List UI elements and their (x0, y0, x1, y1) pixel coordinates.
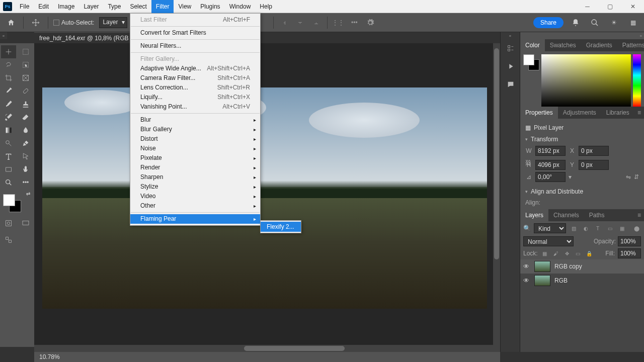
history-brush-tool[interactable] (1, 111, 16, 124)
height-input[interactable] (535, 160, 566, 170)
menu-view[interactable]: View (174, 0, 196, 13)
home-icon[interactable] (4, 16, 18, 30)
tab-adjustments[interactable]: Adjustments (558, 107, 601, 119)
horizontal-scrollbar[interactable] (34, 345, 500, 352)
more-options-icon[interactable]: ••• (349, 17, 360, 28)
lock-artboard-icon[interactable]: ▭ (574, 249, 582, 257)
opacity-input[interactable] (618, 236, 641, 246)
flip-h-icon[interactable]: ⇋ (626, 173, 631, 180)
filter-neural[interactable]: Neural Filters... (130, 41, 260, 51)
hand-tool[interactable] (18, 163, 33, 176)
color-swatches[interactable] (3, 194, 23, 214)
tab-channels[interactable]: Channels (548, 209, 584, 221)
filter-noise[interactable]: Noise (130, 144, 260, 153)
swap-colors-icon[interactable]: ⇄ (26, 191, 30, 197)
menu-filter[interactable]: Filter (151, 0, 174, 13)
blur-tool[interactable] (18, 124, 33, 137)
close-button[interactable]: ✕ (621, 0, 644, 13)
flip-v-icon[interactable]: ⇵ (634, 173, 639, 180)
filter-flaming-pear[interactable]: Flaming Pear (130, 214, 260, 224)
workspace-icon[interactable]: ☀ (607, 16, 621, 30)
layer-name[interactable]: RGB copy (554, 263, 582, 270)
edit-toolbar[interactable]: ••• (18, 176, 33, 189)
color-preview[interactable] (523, 54, 539, 70)
filter-lens[interactable]: Lens Correction...Shift+Ctrl+R (130, 83, 260, 93)
lock-transparency-icon[interactable]: ▦ (541, 249, 549, 257)
tab-properties[interactable]: Properties (520, 107, 558, 119)
move-tool[interactable] (1, 45, 16, 58)
x-input[interactable] (579, 146, 609, 156)
visibility-icon[interactable]: 👁 (523, 263, 530, 270)
crop-tool[interactable] (1, 71, 16, 84)
angle-input[interactable] (535, 172, 566, 182)
layer-thumbnail[interactable] (534, 261, 550, 272)
menu-window[interactable]: Window (225, 0, 256, 13)
tab-swatches[interactable]: Swatches (545, 39, 581, 51)
lasso-tool[interactable] (1, 58, 16, 71)
object-select-tool[interactable] (18, 58, 33, 71)
lock-pixels-icon[interactable]: 🖌 (552, 249, 560, 257)
filter-wide-angle[interactable]: Adaptive Wide Angle...Alt+Shift+Ctrl+A (130, 64, 260, 73)
align-section[interactable]: Align and Distribute (525, 186, 639, 197)
gear-icon[interactable] (365, 17, 376, 28)
history-panel-icon[interactable] (501, 39, 521, 57)
minimize-button[interactable]: ─ (576, 0, 599, 13)
tab-color[interactable]: Color (520, 39, 545, 51)
layer-thumbnail[interactable] (534, 275, 550, 286)
filter-toggle-icon[interactable]: ⬤ (632, 224, 641, 233)
zoom-tool[interactable] (1, 176, 16, 189)
notifications-icon[interactable] (569, 16, 583, 30)
filter-vanishing[interactable]: Vanishing Point...Alt+Ctrl+V (130, 102, 260, 112)
y-input[interactable] (579, 160, 609, 170)
lock-all-icon[interactable]: 🔒 (585, 249, 593, 257)
align-center-h-icon[interactable]: ⫟ (295, 17, 306, 28)
search-icon[interactable] (588, 16, 602, 30)
menu-file[interactable]: File (15, 0, 34, 13)
collapse-dock-icon[interactable]: « (501, 32, 520, 39)
menu-help[interactable]: Help (255, 0, 277, 13)
filter-sharpen[interactable]: Sharpen (130, 172, 260, 182)
menu-type[interactable]: Type (103, 0, 125, 13)
filter-pixelate[interactable]: Pixelate (130, 153, 260, 163)
filter-distort[interactable]: Distort (130, 134, 260, 144)
filter-convert-smart[interactable]: Convert for Smart Filters (130, 28, 260, 38)
document-tab[interactable]: free_hdr_164.exr @ 10,8% (RGB c... (34, 32, 143, 43)
menu-plugins[interactable]: Plugins (196, 0, 224, 13)
eyedropper-tool[interactable] (1, 84, 16, 98)
filter-search-icon[interactable]: 🔍 (523, 225, 531, 232)
vertical-scrollbar[interactable] (493, 43, 500, 347)
filter-adjust-icon[interactable]: ◐ (581, 224, 590, 233)
zoom-slider[interactable] (70, 356, 485, 358)
filter-last[interactable]: Last FilterAlt+Ctrl+F (130, 15, 260, 25)
screen-mode-tool[interactable] (18, 217, 33, 230)
filter-blur[interactable]: Blur (130, 115, 260, 125)
maximize-button[interactable]: ▢ (599, 0, 621, 13)
lock-position-icon[interactable]: ✥ (563, 249, 571, 257)
width-input[interactable] (535, 146, 566, 156)
layer-name[interactable]: RGB (554, 277, 568, 284)
filter-smart-icon[interactable]: ▦ (617, 224, 626, 233)
layer-row[interactable]: 👁 RGB copy (520, 259, 644, 274)
menu-select[interactable]: Select (125, 0, 151, 13)
quick-mask-tool[interactable] (1, 217, 16, 230)
collapse-panels-icon[interactable]: » (520, 32, 644, 39)
align-right-icon[interactable]: ⫠ (311, 17, 322, 28)
filter-video[interactable]: Video (130, 192, 260, 201)
stamp-tool[interactable] (18, 98, 33, 111)
filter-camera-raw[interactable]: Camera Raw Filter...Shift+Ctrl+A (130, 73, 260, 83)
frame-tool[interactable] (18, 71, 33, 84)
brush-tool[interactable] (1, 98, 16, 111)
tab-libraries[interactable]: Libraries (601, 107, 634, 119)
menu-image[interactable]: Image (53, 0, 79, 13)
layer-row[interactable]: 👁 RGB (520, 274, 644, 288)
filter-gallery[interactable]: Filter Gallery... (130, 54, 260, 64)
rectangle-tool[interactable] (1, 163, 16, 176)
dodge-tool[interactable] (1, 137, 16, 150)
filter-render[interactable]: Render (130, 163, 260, 172)
color-field[interactable] (541, 54, 631, 107)
filter-type-icon[interactable]: T (593, 224, 602, 233)
tab-layers[interactable]: Layers (520, 209, 548, 221)
healing-tool[interactable] (18, 84, 33, 98)
expand-tool[interactable] (1, 233, 16, 246)
filter-other[interactable]: Other (130, 201, 260, 211)
